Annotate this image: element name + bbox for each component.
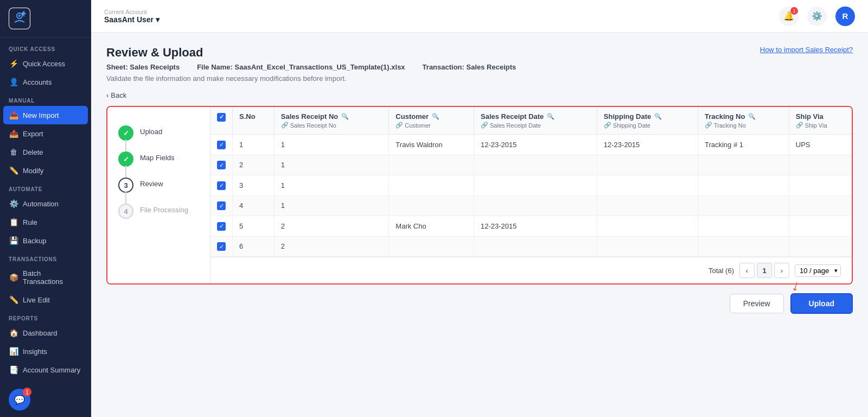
table-row: 5 2 Mark Cho 12-23-2015 xyxy=(210,216,852,237)
wizard-table-container: ✓ Upload ✓ Map Fields 3 Review 4 File Pr… xyxy=(106,106,853,285)
sidebar-item-quick-access[interactable]: ⚡ Quick Access xyxy=(0,54,91,73)
automate-section: AUTOMATE xyxy=(0,180,91,194)
sidebar-item-new-import[interactable]: 📥 New Import xyxy=(3,106,88,124)
sidebar-item-backup[interactable]: 💾 Backup xyxy=(0,231,91,250)
select-all-checkbox[interactable] xyxy=(217,113,226,122)
row-customer xyxy=(389,155,474,175)
account-selector[interactable]: SaasAnt User ▾ xyxy=(104,15,159,24)
user-avatar[interactable]: R xyxy=(835,7,855,26)
wizard-step-num-1: ✓ xyxy=(118,125,133,141)
row-tracking-no xyxy=(698,155,789,175)
row-customer xyxy=(389,175,474,196)
automation-icon: ⚙️ xyxy=(9,199,18,208)
row-customer: Travis Waldron xyxy=(389,135,474,155)
row-checkbox-6[interactable] xyxy=(217,242,226,251)
wizard-step-label-1: Upload xyxy=(140,125,162,136)
row-sales-receipt-date: 12-23-2015 xyxy=(474,216,597,237)
row-tracking-no xyxy=(698,175,789,196)
sidebar-item-live-edit[interactable]: ✏️ Live Edit xyxy=(0,290,91,309)
sidebar-item-label: Delete xyxy=(23,148,43,156)
sidebar-item-export[interactable]: 📤 Export xyxy=(0,124,91,143)
sidebar-item-dashboard[interactable]: 🏠 Dashboard xyxy=(0,324,91,342)
search-shipping-date-icon[interactable]: 🔍 xyxy=(654,113,662,120)
row-sno: 6 xyxy=(233,236,275,257)
transactions-table: S.No Sales Receipt No 🔍 🔗 Sales Receipt … xyxy=(210,107,852,257)
row-checkbox-2[interactable] xyxy=(217,161,226,169)
row-checkbox-1[interactable] xyxy=(217,141,226,149)
notification-bell-button[interactable]: 🔔 1 xyxy=(779,7,799,26)
table-row: 3 1 xyxy=(210,175,852,196)
search-customer-icon[interactable]: 🔍 xyxy=(432,113,439,120)
row-sales-receipt-no: 2 xyxy=(274,236,389,257)
table-scroll[interactable]: S.No Sales Receipt No 🔍 🔗 Sales Receipt … xyxy=(210,107,852,257)
wizard-step-map-fields: ✓ Map Fields xyxy=(118,146,199,172)
sidebar-item-modify[interactable]: ✏️ Modify xyxy=(0,161,91,180)
row-tracking-no xyxy=(698,195,789,216)
wizard-step-num-4: 4 xyxy=(118,204,133,219)
next-page-button[interactable]: › xyxy=(774,263,789,278)
row-sales-receipt-no: 1 xyxy=(274,175,389,196)
quick-access-icon: ⚡ xyxy=(9,59,18,68)
row-ship-via xyxy=(789,155,852,175)
sidebar-item-label: Dashboard xyxy=(23,329,58,337)
sidebar-item-delete[interactable]: 🗑 Delete xyxy=(0,143,91,161)
row-ship-via xyxy=(789,236,852,257)
table-row: 6 2 xyxy=(210,236,852,257)
th-shipping-date: Shipping Date 🔍 🔗 Shipping Date xyxy=(597,107,698,135)
row-checkbox-cell xyxy=(210,175,233,196)
chat-button[interactable]: 💬 1 xyxy=(9,389,30,410)
page-subtitle: Validate the file information and make n… xyxy=(106,74,853,83)
live-edit-icon: ✏️ xyxy=(9,295,18,304)
sidebar-item-account-summary[interactable]: 📑 Account Summary xyxy=(0,361,91,379)
row-sales-receipt-date xyxy=(474,195,597,216)
back-button[interactable]: ‹ Back xyxy=(106,91,126,99)
search-tracking-icon[interactable]: 🔍 xyxy=(748,113,756,120)
sidebar-item-rule[interactable]: 📋 Rule xyxy=(0,213,91,231)
topbar-account-section: Current Account SaasAnt User ▾ xyxy=(104,9,159,24)
sidebar-item-label: Live Edit xyxy=(23,296,50,304)
sidebar-item-label: Account Summary xyxy=(23,366,80,374)
search-receipt-date-icon[interactable]: 🔍 xyxy=(547,113,554,120)
row-customer xyxy=(389,195,474,216)
search-sales-receipt-icon[interactable]: 🔍 xyxy=(341,113,349,120)
dashboard-icon: 🏠 xyxy=(9,328,18,337)
row-checkbox-5[interactable] xyxy=(217,222,226,231)
th-ship-via: Ship Via 🔗 Ship Via xyxy=(789,107,852,135)
main-area: Current Account SaasAnt User ▾ 🔔 1 ⚙️ R … xyxy=(91,0,868,417)
row-ship-via xyxy=(789,195,852,216)
row-checkbox-4[interactable] xyxy=(217,201,226,210)
table-row: 4 1 xyxy=(210,195,852,216)
row-sno: 1 xyxy=(233,135,275,155)
wizard-step-label-2: Map Fields xyxy=(140,151,175,162)
sidebar-item-accounts[interactable]: 👤 Accounts xyxy=(0,73,91,91)
row-checkbox-3[interactable] xyxy=(217,181,226,190)
preview-button[interactable]: Preview xyxy=(730,294,784,313)
settings-button[interactable]: ⚙️ xyxy=(807,7,827,26)
chat-icon: 💬 xyxy=(14,395,25,405)
row-ship-via: UPS xyxy=(789,135,852,155)
link-icon: 🔗 xyxy=(604,122,611,129)
sheet-meta: Sheet: Sales Receipts xyxy=(106,63,180,71)
link-icon: 🔗 xyxy=(481,122,488,129)
th-sales-receipt-date: Sales Receipt Date 🔍 🔗 Sales Receipt Dat… xyxy=(474,107,597,135)
accounts-icon: 👤 xyxy=(9,78,18,86)
row-sales-receipt-no: 1 xyxy=(274,195,389,216)
row-sales-receipt-date xyxy=(474,236,597,257)
filename-meta: File Name: SaasAnt_Excel_Transactions_US… xyxy=(197,63,405,71)
sidebar: Quick Access ⚡ Quick Access 👤 Accounts M… xyxy=(0,0,91,417)
sidebar-bottom: 💬 1 xyxy=(0,382,91,417)
row-customer: Mark Cho xyxy=(389,216,474,237)
prev-page-button[interactable]: ‹ xyxy=(739,263,755,278)
row-shipping-date xyxy=(597,175,698,196)
transaction-meta: Transaction: Sales Receipts xyxy=(423,63,516,71)
quick-access-section: Quick Access xyxy=(0,40,91,54)
help-link[interactable]: How to import Sales Receipt? xyxy=(760,46,853,54)
upload-button[interactable]: Upload xyxy=(790,293,853,314)
wizard-step-upload: ✓ Upload xyxy=(118,120,199,146)
sidebar-item-automation[interactable]: ⚙️ Automation xyxy=(0,194,91,213)
sidebar-item-batch-transactions[interactable]: 📦 Batch Transactions xyxy=(0,264,91,290)
topbar: Current Account SaasAnt User ▾ 🔔 1 ⚙️ R xyxy=(91,0,868,33)
page-1-button[interactable]: 1 xyxy=(757,263,772,278)
per-page-select[interactable]: 10 / page 20 / page 50 / page xyxy=(795,264,841,277)
sidebar-item-insights[interactable]: 📊 Insights xyxy=(0,342,91,361)
